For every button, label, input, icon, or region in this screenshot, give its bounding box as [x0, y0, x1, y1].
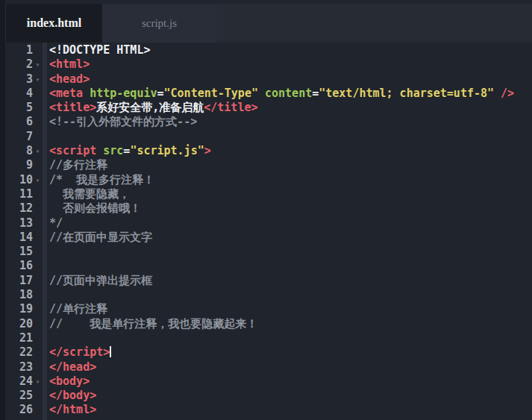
- token-tag: >: [204, 144, 211, 157]
- code-line: 6<!--引入外部文件的方式-->: [0, 115, 532, 129]
- code-line: 16: [0, 259, 532, 273]
- fold-spacer: [33, 101, 43, 115]
- token-comment: //多行注释: [49, 158, 107, 172]
- token-tag: />: [501, 87, 514, 100]
- token-attr: content: [265, 87, 312, 100]
- token-plain: [258, 87, 265, 100]
- token-comment: <!--引入外部文件的方式-->: [49, 115, 197, 128]
- token-comment: */: [49, 216, 63, 230]
- code-line: 14//在页面中显示文字: [0, 231, 532, 245]
- code-line: 21: [0, 331, 532, 345]
- token-tag: </title>: [204, 101, 257, 114]
- code-text: <body>: [49, 374, 90, 389]
- code-text: //在页面中显示文字: [49, 231, 152, 245]
- code-line: 12 否则会报错哦！: [0, 201, 532, 216]
- fold-spacer: [33, 130, 43, 144]
- tab-bar: index.html script.js: [0, 0, 532, 43]
- code-text: <script src="script.js">: [49, 144, 211, 158]
- token-plain: <!DOCTYPE HTML>: [49, 43, 150, 57]
- fold-spacer: [33, 302, 43, 316]
- code-text: //多行注释: [49, 158, 107, 172]
- token-comment: 我需要隐藏，: [49, 187, 130, 201]
- code-line: 18: [0, 288, 532, 302]
- fold-arrow-icon[interactable]: ▾: [33, 374, 43, 389]
- token-tag: <meta: [49, 87, 90, 100]
- token-plain: 系好安全带,准备启航: [96, 101, 204, 114]
- code-line: 15: [0, 245, 532, 259]
- code-text: // 我是单行注释，我也要隐藏起来！: [49, 317, 257, 331]
- token-tag: <title>: [49, 101, 96, 114]
- token-comment: //页面中弹出提示框: [49, 274, 152, 287]
- code-line: 23</head>: [0, 360, 532, 374]
- tab-script-js[interactable]: script.js: [102, 4, 216, 43]
- token-tag: </head>: [49, 360, 96, 374]
- code-text: 我需要隐藏，: [49, 187, 130, 201]
- token-comment: //在页面中显示文字: [49, 231, 152, 244]
- fold-spacer: [33, 245, 43, 259]
- code-line: 8▾<script src="script.js">: [0, 144, 532, 158]
- code-line: 5<title>系好安全带,准备启航</title>: [0, 101, 532, 115]
- token-attr: http-equiv: [90, 87, 157, 100]
- token-str: "Content-Type": [164, 87, 258, 100]
- code-text: //单行注释: [49, 302, 107, 316]
- fold-spacer: [33, 331, 43, 345]
- fold-spacer: [33, 288, 43, 302]
- fold-spacer: [33, 201, 43, 216]
- code-line: 4<meta http-equiv="Content-Type" content…: [0, 87, 532, 101]
- code-line: 11 我需要隐藏，: [0, 187, 532, 201]
- code-text: </head>: [49, 360, 96, 374]
- fold-spacer: [33, 360, 43, 374]
- token-attr: src: [103, 144, 123, 157]
- editor-window: index.html script.js 1<!DOCTYPE HTML>2▾<…: [0, 0, 532, 420]
- fold-arrow-icon[interactable]: ▾: [33, 173, 43, 187]
- fold-spacer: [33, 403, 43, 417]
- code-text: </html>: [49, 403, 96, 417]
- code-line: 9//多行注释: [0, 158, 532, 172]
- fold-spacer: [33, 259, 43, 273]
- token-comment: /* 我是多行注释！: [49, 173, 154, 187]
- code-text: <!--引入外部文件的方式-->: [49, 115, 197, 129]
- code-text: </script>: [49, 345, 111, 360]
- code-text: 否则会报错哦！: [49, 201, 141, 216]
- tab-label: script.js: [142, 17, 177, 30]
- fold-arrow-icon[interactable]: ▾: [33, 72, 43, 87]
- fold-spacer: [33, 115, 43, 129]
- code-text: </body>: [49, 389, 96, 403]
- code-line: 10▾/* 我是多行注释！: [0, 173, 532, 187]
- fold-spacer: [33, 274, 43, 288]
- code-lines: 1<!DOCTYPE HTML>2▾<html>3▾<head>4<meta h…: [0, 43, 532, 418]
- code-text: <title>系好安全带,准备启航</title>: [49, 101, 258, 115]
- code-line: 26</html>: [0, 403, 532, 417]
- code-line: 7: [0, 130, 532, 144]
- token-tag: <script: [49, 144, 103, 157]
- code-line: 3▾<head>: [0, 72, 532, 87]
- token-str: "script.js": [130, 144, 204, 157]
- code-line: 2▾<html>: [0, 57, 532, 72]
- fold-spacer: [33, 345, 43, 360]
- code-text: <!DOCTYPE HTML>: [49, 43, 150, 57]
- token-plain: [494, 87, 501, 100]
- fold-spacer: [33, 187, 43, 201]
- fold-spacer: [33, 231, 43, 245]
- code-line: 13*/: [0, 216, 532, 231]
- code-text: */: [49, 216, 63, 231]
- token-comment: //单行注释: [49, 302, 107, 316]
- token-comment: 否则会报错哦！: [49, 201, 141, 215]
- token-tag: </html>: [49, 403, 96, 416]
- code-line: 17//页面中弹出提示框: [0, 274, 532, 288]
- code-line: 19//单行注释: [0, 302, 532, 316]
- fold-spacer: [33, 87, 43, 101]
- fold-spacer: [33, 158, 43, 172]
- tab-index-html[interactable]: index.html: [6, 4, 102, 43]
- code-editor[interactable]: 1<!DOCTYPE HTML>2▾<html>3▾<head>4<meta h…: [0, 43, 532, 420]
- token-tag: <body>: [49, 374, 90, 388]
- token-tag: </script>: [49, 345, 110, 359]
- fold-spacer: [33, 43, 43, 57]
- code-text: <head>: [49, 72, 90, 87]
- fold-arrow-icon[interactable]: ▾: [33, 144, 43, 158]
- fold-spacer: [33, 216, 43, 231]
- fold-arrow-icon[interactable]: ▾: [33, 57, 43, 72]
- gutter-divider: [43, 43, 47, 420]
- token-tag: <html>: [49, 57, 90, 71]
- code-text: <html>: [49, 57, 90, 72]
